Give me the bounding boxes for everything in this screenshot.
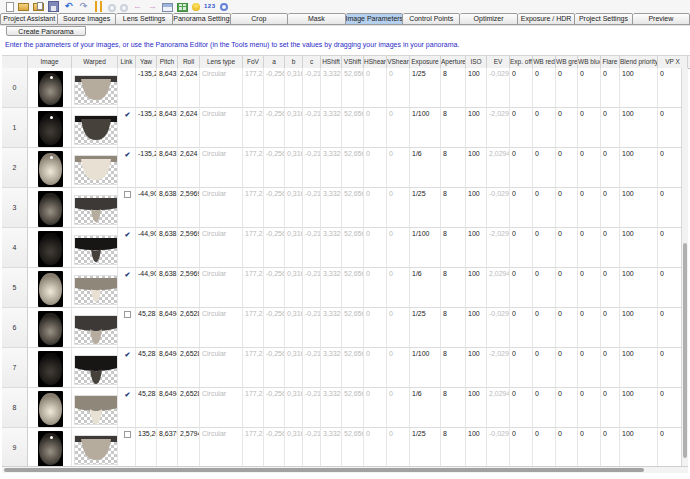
cell-blend-priority[interactable]: 100 bbox=[620, 388, 658, 428]
previous-image-icon[interactable]: ← bbox=[132, 1, 143, 12]
cell-exp-offset[interactable]: 0 bbox=[510, 428, 533, 466]
row-header[interactable]: 1 bbox=[2, 108, 28, 148]
cell-vshift[interactable]: 52,656 bbox=[342, 68, 364, 108]
preview-window-icon[interactable] bbox=[162, 3, 173, 12]
cell-pitch[interactable]: 8,6437 bbox=[157, 148, 178, 188]
cell-wb-green[interactable]: 0 bbox=[556, 188, 578, 228]
cell-warped[interactable] bbox=[72, 388, 118, 428]
cell-link[interactable]: ✔ bbox=[118, 228, 136, 268]
cell-a[interactable]: -0,256 bbox=[264, 428, 285, 466]
cell-wb-green[interactable]: 0 bbox=[556, 388, 578, 428]
tab-exposure-hdr[interactable]: Exposure / HDR bbox=[518, 13, 575, 25]
cell-link[interactable]: ✔ bbox=[118, 108, 136, 148]
cell-pitch[interactable]: 8,6437 bbox=[157, 108, 178, 148]
cell-blend-priority[interactable]: 100 bbox=[620, 228, 658, 268]
cell-b[interactable]: 0,3166 bbox=[285, 348, 303, 388]
cell-link[interactable]: ✔ bbox=[118, 268, 136, 308]
cell-exp-offset[interactable]: 0 bbox=[510, 268, 533, 308]
cell-a[interactable]: -0,256 bbox=[264, 68, 285, 108]
cell-lens-type[interactable]: Circular bbox=[200, 228, 243, 268]
cell-hshift[interactable]: 3,3325 bbox=[321, 228, 342, 268]
undo-icon[interactable]: ↶ bbox=[63, 1, 74, 12]
cell-image[interactable] bbox=[28, 268, 72, 308]
cell-image[interactable] bbox=[28, 228, 72, 268]
cell-lens-type[interactable]: Circular bbox=[200, 348, 243, 388]
cell-ev[interactable]: -0,0294 bbox=[487, 68, 510, 108]
tab-control-points[interactable]: Control Points bbox=[403, 13, 460, 25]
cell-ev[interactable]: -2,0294 bbox=[487, 228, 510, 268]
cell-b[interactable]: 0,3166 bbox=[285, 68, 303, 108]
cell-wb-green[interactable]: 0 bbox=[556, 148, 578, 188]
cell-exp-offset[interactable]: 0 bbox=[510, 68, 533, 108]
cell-warped[interactable] bbox=[72, 308, 118, 348]
cell-iso[interactable]: 100 bbox=[466, 188, 487, 228]
cell-warped[interactable] bbox=[72, 188, 118, 228]
cell-yaw[interactable]: -44,905 bbox=[136, 268, 157, 308]
zoom-out-icon[interactable] bbox=[120, 4, 128, 12]
cell-a[interactable]: -0,256 bbox=[264, 148, 285, 188]
cell-exposure[interactable]: 1/25 bbox=[410, 188, 441, 228]
tab-source-images[interactable]: Source Images bbox=[58, 13, 115, 25]
cell-hshear[interactable]: 0 bbox=[364, 348, 387, 388]
cell-link[interactable] bbox=[118, 428, 136, 466]
cell-warped[interactable] bbox=[72, 108, 118, 148]
cell-exposure[interactable]: 1/100 bbox=[410, 108, 441, 148]
cell-wb-blue[interactable]: 0 bbox=[578, 308, 601, 348]
cell-roll[interactable]: 2,5969 bbox=[178, 188, 200, 228]
cell-exposure[interactable]: 1/100 bbox=[410, 348, 441, 388]
cell-exp-offset[interactable]: 0 bbox=[510, 188, 533, 228]
cell-fov[interactable]: 177,22 bbox=[243, 68, 264, 108]
cell-flare[interactable]: 0 bbox=[601, 188, 620, 228]
cell-blend-priority[interactable]: 100 bbox=[620, 108, 658, 148]
cell-flare[interactable]: 0 bbox=[601, 228, 620, 268]
tab-lens-settings[interactable]: Lens Settings bbox=[116, 13, 173, 25]
cell-vshear[interactable]: 0 bbox=[387, 308, 410, 348]
cell-b[interactable]: 0,3166 bbox=[285, 268, 303, 308]
cell-aperture[interactable]: 8 bbox=[441, 348, 466, 388]
cell-roll[interactable]: 2,624 bbox=[178, 68, 200, 108]
link-checkbox-unchecked[interactable] bbox=[124, 191, 131, 198]
cell-vshear[interactable]: 0 bbox=[387, 268, 410, 308]
cell-aperture[interactable]: 8 bbox=[441, 388, 466, 428]
cell-hshear[interactable]: 0 bbox=[364, 228, 387, 268]
cell-c[interactable]: -0,2199 bbox=[303, 188, 321, 228]
tab-create-panorama[interactable]: Create Panorama bbox=[6, 26, 86, 36]
cell-image[interactable] bbox=[28, 188, 72, 228]
cell-blend-priority[interactable]: 100 bbox=[620, 68, 658, 108]
cell-hshift[interactable]: 3,3325 bbox=[321, 68, 342, 108]
cell-exp-offset[interactable]: 0 bbox=[510, 108, 533, 148]
cell-warped[interactable] bbox=[72, 228, 118, 268]
cell-c[interactable]: -0,2199 bbox=[303, 388, 321, 428]
cell-hshift[interactable]: 3,3325 bbox=[321, 188, 342, 228]
cell-image[interactable] bbox=[28, 428, 72, 466]
cell-wb-green[interactable]: 0 bbox=[556, 68, 578, 108]
cell-pitch[interactable]: 8,6379 bbox=[157, 428, 178, 466]
tab-project-assistant[interactable]: Project Assistant bbox=[0, 13, 58, 25]
cell-wb-red[interactable]: 0 bbox=[533, 188, 556, 228]
cell-c[interactable]: -0,2199 bbox=[303, 68, 321, 108]
link-checkbox-checked[interactable]: ✔ bbox=[124, 351, 132, 359]
cell-a[interactable]: -0,256 bbox=[264, 388, 285, 428]
row-header[interactable]: 8 bbox=[2, 388, 28, 428]
save-project-icon[interactable] bbox=[48, 1, 59, 12]
cell-aperture[interactable]: 8 bbox=[441, 228, 466, 268]
cell-flare[interactable]: 0 bbox=[601, 308, 620, 348]
cell-wb-blue[interactable]: 0 bbox=[578, 148, 601, 188]
cell-b[interactable]: 0,3166 bbox=[285, 428, 303, 466]
cell-link[interactable]: ✔ bbox=[118, 148, 136, 188]
cell-hshear[interactable]: 0 bbox=[364, 388, 387, 428]
cell-aperture[interactable]: 8 bbox=[441, 428, 466, 466]
cell-yaw[interactable]: -44,905 bbox=[136, 228, 157, 268]
cell-roll[interactable]: 2,6528 bbox=[178, 308, 200, 348]
cell-c[interactable]: -0,2199 bbox=[303, 148, 321, 188]
cell-hshear[interactable]: 0 bbox=[364, 108, 387, 148]
cell-b[interactable]: 0,3166 bbox=[285, 388, 303, 428]
cell-wb-blue[interactable]: 0 bbox=[578, 388, 601, 428]
cell-iso[interactable]: 100 bbox=[466, 348, 487, 388]
cell-pitch[interactable]: 8,6437 bbox=[157, 68, 178, 108]
cell-exp-offset[interactable]: 0 bbox=[510, 348, 533, 388]
link-checkbox-checked[interactable]: ✔ bbox=[124, 391, 132, 399]
cell-vshear[interactable]: 0 bbox=[387, 148, 410, 188]
cell-c[interactable]: -0,2199 bbox=[303, 428, 321, 466]
cell-blend-priority[interactable]: 100 bbox=[620, 428, 658, 466]
